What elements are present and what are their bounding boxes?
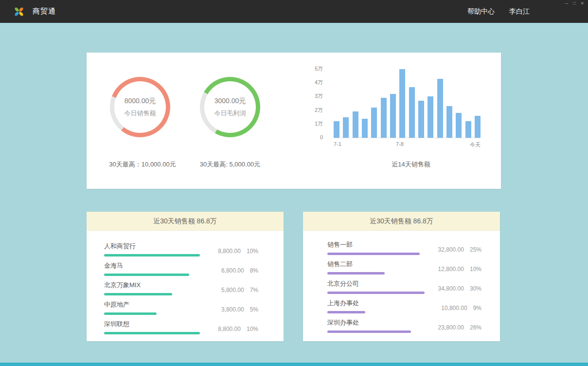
row-value: 32,800.00	[438, 246, 464, 253]
x-tick-middle: 7-8	[396, 141, 404, 147]
y-tick: 1万	[315, 121, 323, 127]
row-bar	[104, 274, 200, 276]
donut-center: 8000.00元 今日销售额	[114, 81, 166, 133]
row-bar-fill	[104, 332, 200, 334]
list-item: 北京万象MIX 5,800.007%	[104, 276, 258, 295]
minimize-button[interactable]: ─	[565, 1, 568, 6]
row-bar-fill	[327, 292, 425, 294]
sales-bar-chart: 5万4万3万2万1万0 7-1 7-8 今天	[311, 66, 481, 154]
y-tick: 4万	[315, 80, 323, 85]
row-left: 销售二部	[327, 260, 425, 274]
row-bar-fill	[327, 311, 365, 313]
list-item: 人和商贸行 8,800.0010%	[104, 237, 258, 256]
plot-area	[334, 69, 481, 138]
row-bar	[104, 312, 200, 315]
maximize-button[interactable]: □	[573, 1, 575, 6]
row-label: 中原地产	[104, 300, 200, 309]
list-item: 深圳联想 8,800.0010%	[104, 315, 258, 334]
x-tick-first: 7-1	[334, 141, 341, 147]
row-left: 人和商贸行	[104, 242, 200, 256]
today-sales-label: 今日销售额	[125, 109, 156, 118]
customer-rank-header: 近30天销售额 86.8万	[87, 212, 284, 231]
row-value: 3,800.00	[221, 306, 244, 313]
row-bar	[327, 272, 425, 274]
customer-rank-card: 近30天销售额 86.8万 人和商贸行 8,800.0010% 金海马 6,80…	[87, 212, 284, 341]
row-value: 34,800.00	[438, 285, 464, 292]
app-title: 商贸通	[33, 7, 56, 16]
row-stats: 23,800.0026%	[438, 324, 481, 333]
row-percent: 26%	[470, 324, 481, 331]
row-stats: 32,800.0025%	[438, 246, 481, 255]
row-bar-fill	[104, 293, 172, 295]
bar	[371, 108, 377, 138]
row-label: 深圳办事处	[327, 318, 425, 327]
row-value: 12,800.00	[438, 266, 464, 273]
row-value: 8,800.00	[218, 326, 241, 332]
row-label: 金海马	[104, 261, 200, 270]
today-sales-value: 8000.00元	[125, 97, 156, 106]
today-profit-value: 3000.00元	[214, 97, 246, 106]
bar	[381, 98, 387, 138]
bar	[399, 69, 405, 138]
list-item: 销售二部 12,800.0010%	[327, 255, 481, 274]
row-left: 销售一部	[327, 240, 425, 255]
y-tick: 2万	[315, 108, 323, 113]
row-percent: 10%	[470, 266, 481, 273]
y-tick: 0	[320, 135, 323, 140]
row-value: 10,800.00	[441, 305, 467, 311]
bar	[343, 117, 349, 138]
user-menu[interactable]: 李白江	[509, 7, 530, 16]
row-value: 6,800.00	[221, 267, 244, 274]
row-bar-fill	[104, 312, 157, 315]
row-label: 深圳联想	[104, 320, 200, 329]
y-tick: 5万	[315, 66, 323, 72]
row-percent: 10%	[247, 326, 258, 332]
x-tick-last: 今天	[470, 141, 481, 148]
row-bar-fill	[104, 274, 189, 276]
overview-card: 8000.00元 今日销售额 30天最高：10,000.00元 3000.00元…	[87, 53, 501, 189]
row-value: 23,800.00	[438, 324, 464, 331]
row-bar-fill	[104, 254, 200, 256]
row-stats: 6,800.008%	[221, 267, 258, 276]
titlebar: 商贸通 帮助中心 李白江 ─ □ ✕	[0, 0, 588, 23]
row-label: 销售二部	[327, 260, 425, 269]
x-axis: 7-1 7-8 今天	[334, 140, 481, 147]
help-center-link[interactable]: 帮助中心	[467, 7, 495, 16]
row-value: 5,800.00	[221, 287, 244, 293]
row-bar	[327, 330, 425, 333]
row-bar	[104, 332, 200, 334]
list-item: 北京分公司 34,800.0030%	[327, 274, 481, 294]
row-left: 上海办事处	[327, 299, 425, 313]
row-bar-fill	[327, 330, 411, 333]
window-controls: ─ □ ✕	[565, 1, 584, 6]
row-stats: 5,800.007%	[221, 287, 258, 295]
app-window: 商贸通 帮助中心 李白江 ─ □ ✕ 8000.00元 今日销售额 30天最高：…	[0, 0, 588, 366]
bar	[418, 101, 424, 138]
bar	[390, 94, 396, 138]
row-left: 中原地产	[104, 300, 200, 315]
row-stats: 8,800.0010%	[218, 248, 258, 256]
row-bar	[104, 293, 200, 295]
row-left: 北京万象MIX	[104, 281, 200, 295]
row-percent: 30%	[470, 285, 481, 292]
bar	[475, 116, 481, 138]
row-stats: 34,800.0030%	[438, 285, 481, 294]
today-profit-label: 今日毛利润	[214, 109, 246, 118]
row-label: 销售一部	[327, 240, 425, 249]
row-left: 金海马	[104, 261, 200, 276]
today-profit-footnote: 30天最高: 5,000.00元	[177, 160, 284, 169]
titlebar-menu: 帮助中心 李白江	[467, 7, 530, 16]
list-item: 中原地产 3,800.005%	[104, 295, 258, 315]
row-percent: 25%	[470, 246, 481, 253]
row-stats: 8,800.0010%	[218, 326, 258, 334]
bar	[446, 106, 452, 138]
close-button[interactable]: ✕	[580, 1, 584, 6]
customer-rank-list: 人和商贸行 8,800.0010% 金海马 6,800.008% 北京万象MIX	[87, 231, 284, 334]
row-bar	[327, 292, 425, 294]
y-tick: 3万	[315, 93, 323, 99]
row-percent: 10%	[247, 248, 258, 255]
bar	[428, 96, 433, 138]
bar	[437, 79, 443, 138]
row-left: 深圳办事处	[327, 318, 425, 333]
row-label: 上海办事处	[327, 299, 425, 308]
